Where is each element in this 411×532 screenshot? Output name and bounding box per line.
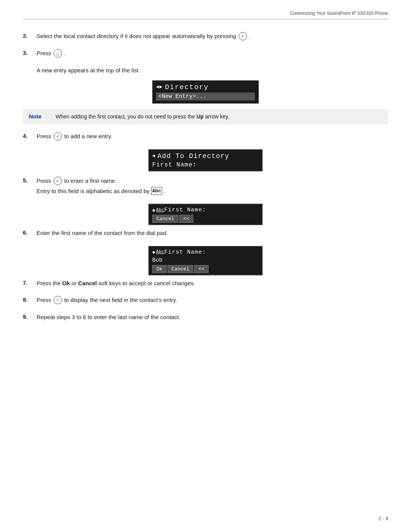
check-icon-step4	[54, 132, 62, 141]
step-7-text: Press the Ok or Cancel soft keys to acce…	[37, 280, 195, 286]
note-box: Note When adding the first contact, you …	[23, 109, 388, 125]
new-entry-text: A new entry appears at the top of the li…	[37, 67, 140, 73]
step-3: 3. Press .	[23, 49, 388, 58]
screen-firstname-bob: ◆ Abc First Name: Bob Ok Cancel <<	[148, 246, 263, 275]
field-name-1: First Name:	[164, 207, 206, 213]
step-7-content: Press the Ok or Cancel soft keys to acce…	[37, 279, 388, 288]
step-5-number: 5.	[23, 177, 35, 184]
step-5-subtext: Entry to this field is alphabetic as den…	[37, 187, 388, 196]
step-5-text: Press to enter a first name.	[37, 177, 116, 184]
page-number: 2 - 9	[378, 516, 388, 521]
screen-dir-title: Directory	[165, 83, 209, 91]
note-text: When adding the first contact, you do no…	[56, 113, 229, 121]
step-4: 4. Press to add a new entry.	[23, 132, 388, 141]
screen-bob-abc-row: ◆ Abc First Name:	[152, 248, 259, 256]
step-6-number: 6.	[23, 229, 35, 236]
abc-label-inline: Abc	[151, 187, 162, 195]
soft-keys-row-1: Cancel <<	[152, 215, 259, 223]
header-rule	[23, 19, 388, 19]
step-8: 8. Press to display the next field in th…	[23, 296, 388, 305]
step-2: 2. Select the local contact directory if…	[23, 32, 388, 41]
step-3-subtext: A new entry appears at the top of the li…	[37, 66, 388, 75]
note-bold: Up	[196, 113, 204, 120]
page-header: Customizing Your SoundPoint IP 330/320 P…	[290, 11, 388, 16]
step-8-text: Press to display the next field in the c…	[37, 297, 177, 303]
screen-firstname-abc: ◆ Abc First Name: Cancel <<	[148, 204, 263, 225]
step-6-text: Enter the first name of the contact from…	[37, 230, 168, 236]
ok-label: Ok	[62, 280, 70, 286]
cancel-soft-key-2: Cancel	[167, 265, 194, 273]
main-content: 2. Select the local contact directory if…	[23, 26, 388, 509]
diamond-icon-2: ◆	[152, 249, 155, 255]
step-9-content: Repeat steps 3 to 6 to enter the last na…	[37, 313, 388, 322]
screen-dir-header: ◄► Directory	[156, 83, 255, 92]
step-7-number: 7.	[23, 279, 35, 286]
abc-underline-text-2: Abc	[156, 249, 164, 255]
screen-directory: ◄► Directory <New Entry>...	[152, 80, 259, 104]
soft-keys-row-2: Ok Cancel <<	[152, 265, 259, 273]
abc-underline-text: Abc	[156, 208, 164, 213]
note-label: Note	[29, 113, 52, 120]
step-3-content: Press .	[37, 49, 388, 58]
step-4-text: Press to add a new entry.	[37, 133, 112, 139]
cancel-label: Cancel	[78, 280, 97, 286]
step-9-number: 9.	[23, 313, 35, 320]
step-8-content: Press to display the next field in the c…	[37, 296, 388, 305]
field-name-2: First Name:	[164, 249, 206, 256]
step-9: 9. Repeat steps 3 to 6 to enter the last…	[23, 313, 388, 322]
screen-add-header: ◄ Add To Directory	[152, 152, 259, 161]
step-4-content: Press to add a new entry.	[37, 132, 388, 141]
step-7: 7. Press the Ok or Cancel soft keys to a…	[23, 279, 388, 288]
screen-add-field: First Name:	[152, 161, 259, 169]
screen-add-directory: ◄ Add To Directory First Name:	[148, 149, 263, 171]
step-6-content: Enter the first name of the contact from…	[37, 229, 388, 238]
step-5-content: Press to enter a first name. Entry to th…	[37, 177, 388, 196]
screen-dir-arrow: ◄►	[156, 84, 163, 90]
alphabetic-text: Entry to this field is alphabetic as den…	[37, 188, 166, 194]
diamond-icon-1: ◆	[152, 207, 155, 213]
screen-add-title: Add To Directory	[158, 152, 229, 160]
step-3-text: Press .	[37, 50, 66, 56]
page-footer: 2 - 9	[378, 516, 388, 521]
check-icon-step2	[239, 32, 247, 40]
step-2-content: Select the local contact directory if it…	[37, 32, 388, 41]
up-icon-step3	[54, 49, 62, 58]
down-icon-step8	[54, 296, 62, 304]
step-6: 6. Enter the first name of the contact f…	[23, 229, 388, 238]
screen-dir-entry: <New Entry>...	[156, 93, 255, 101]
step-9-text: Repeat steps 3 to 6 to enter the last na…	[37, 314, 180, 320]
back-soft-key-2: <<	[194, 265, 209, 273]
cancel-soft-key-1: Cancel	[152, 215, 178, 223]
screen-dir-entry-row: <New Entry>...	[156, 92, 255, 101]
back-soft-key-1: <<	[179, 215, 194, 223]
screen-add-arrow: ◄	[152, 153, 155, 159]
step-4-number: 4.	[23, 132, 35, 139]
step-2-text: Select the local contact directory if it…	[37, 33, 251, 39]
step-2-number: 2.	[23, 32, 35, 39]
step-3-number: 3.	[23, 49, 35, 56]
step-5: 5. Press to enter a first name. Entry to…	[23, 177, 388, 196]
check-icon-step5	[54, 177, 62, 185]
ok-soft-key: Ok	[152, 265, 167, 273]
bob-value: Bob	[152, 256, 259, 264]
step-8-number: 8.	[23, 296, 35, 303]
screen-abc-row: ◆ Abc First Name:	[152, 206, 259, 214]
header-title: Customizing Your SoundPoint IP 330/320 P…	[290, 11, 388, 16]
